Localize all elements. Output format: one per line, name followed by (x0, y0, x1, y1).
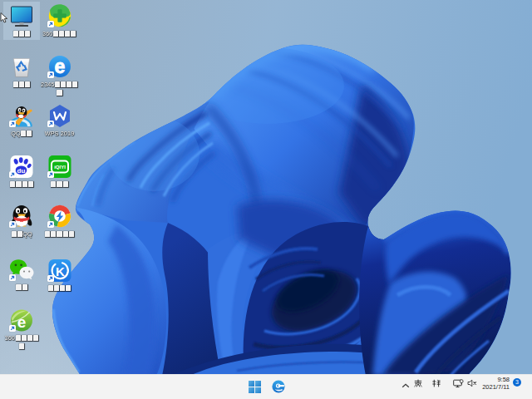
svg-text:e: e (54, 56, 65, 77)
svg-text:du: du (17, 167, 26, 175)
svg-text:e: e (17, 313, 27, 331)
svg-text:K: K (56, 264, 65, 278)
svg-text:iQIYI: iQIYI (54, 165, 66, 170)
